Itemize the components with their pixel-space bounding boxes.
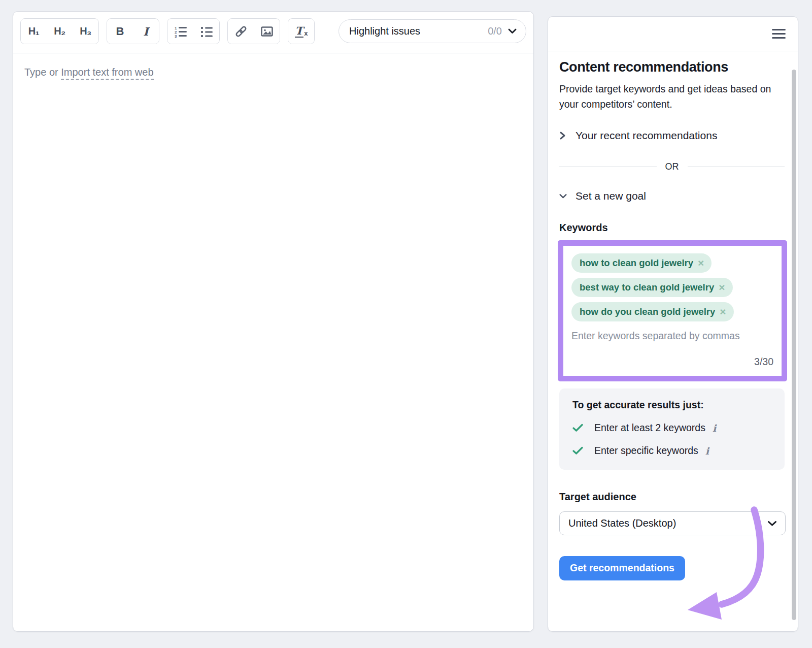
clear-formatting-icon-sub: x [304,29,308,37]
chevron-down-icon [559,193,567,199]
tip-label: Enter at least 2 keywords [594,422,705,434]
highlight-issues-dropdown[interactable]: Highlight issues 0/0 [339,19,526,43]
bullet-list-icon [200,25,213,38]
accuracy-tips-box: To get accurate results just: Enter at l… [559,388,785,470]
clear-formatting-button[interactable]: Tx [288,19,314,44]
info-icon[interactable]: i [705,445,709,457]
heading-button-group: H₁ H₂ H₃ [20,18,99,44]
keywords-counter: 3/30 [571,356,773,368]
image-button[interactable] [254,19,280,44]
content-recommendations-panel: Content recommendations Provide target k… [548,16,798,632]
tip-row: Enter specific keywords i [572,445,772,457]
h2-label: H₂ [54,25,65,37]
keyword-chip-label: best way to clean gold jewelry [580,282,714,293]
h2-button[interactable]: H₂ [47,19,73,44]
ordered-list-button[interactable]: 1 2 3 [167,19,193,44]
svg-text:3: 3 [175,34,177,38]
menu-icon[interactable] [772,26,786,41]
or-divider: OR [559,161,785,172]
remove-keyword-icon[interactable]: × [719,283,725,292]
panel-scrollbar[interactable] [792,70,796,620]
link-button[interactable] [228,19,254,44]
clear-format-group: Tx [288,18,315,44]
panel-description: Provide target keywords and get ideas ba… [559,81,785,112]
chevron-down-icon [767,521,777,527]
placeholder-prefix: Type or [24,67,61,78]
list-button-group: 1 2 3 [167,18,220,44]
reco-panel-content: Content recommendations Provide target k… [548,51,798,580]
h3-button[interactable]: H₃ [73,19,98,44]
remove-keyword-icon[interactable]: × [720,308,726,316]
insert-button-group [227,18,280,44]
tips-title: To get accurate results just: [572,399,772,411]
keyword-chip: how to clean gold jewelry × [571,253,712,273]
h1-label: H₁ [28,25,40,37]
recent-recommendations-label: Your recent recommendations [576,129,717,142]
bold-icon: B [116,25,124,38]
h1-button[interactable]: H₁ [21,19,47,44]
h3-label: H₃ [80,25,91,37]
keywords-input-placeholder[interactable]: Enter keywords separated by commas [571,330,773,342]
highlight-issues-label: Highlight issues [349,25,420,37]
recent-recommendations-toggle[interactable]: Your recent recommendations [559,129,785,142]
panel-title: Content recommendations [559,59,785,75]
bullet-list-button[interactable] [193,19,219,44]
reco-panel-header [548,17,798,51]
chevron-right-icon [559,131,567,140]
editor-toolbar: H₁ H₂ H₃ B I 1 2 3 [13,12,533,53]
target-audience-heading: Target audience [559,491,785,503]
link-icon [234,25,248,38]
info-icon[interactable]: i [713,423,716,434]
keywords-heading: Keywords [559,222,785,234]
editor-placeholder: Type or Import text from web [24,67,154,80]
tip-label: Enter specific keywords [594,445,698,457]
keyword-chip-list: how to clean gold jewelry × best way to … [571,253,773,327]
editor-text-area[interactable]: Type or Import text from web [13,53,533,631]
divider-line [688,167,785,167]
chevron-down-icon [508,28,517,34]
format-button-group: B I [107,18,159,44]
import-text-link[interactable]: Import text from web [61,67,153,80]
highlight-issues-count: 0/0 [488,25,502,37]
keyword-chip: how do you clean gold jewelry × [571,302,734,321]
keywords-input-box[interactable]: how to clean gold jewelry × best way to … [558,240,787,381]
get-recommendations-button[interactable]: Get recommendations [559,556,685,580]
keyword-chip-label: how to clean gold jewelry [580,257,693,269]
clear-formatting-icon: T [295,25,304,38]
target-audience-value: United States (Desktop) [568,517,676,529]
image-icon [260,25,274,38]
keyword-chip-label: how do you clean gold jewelry [580,306,715,317]
divider-line [559,167,657,167]
editor-panel: H₁ H₂ H₃ B I 1 2 3 [13,11,534,632]
set-new-goal-label: Set a new goal [576,190,646,202]
set-new-goal-toggle[interactable]: Set a new goal [559,190,785,202]
keyword-chip: best way to clean gold jewelry × [571,278,733,297]
target-audience-select[interactable]: United States (Desktop) [559,511,786,535]
or-label: OR [657,161,688,172]
bold-button[interactable]: B [107,19,133,44]
check-icon [572,446,583,455]
tip-row: Enter at least 2 keywords i [572,422,772,434]
check-icon [572,424,583,432]
italic-button[interactable]: I [133,19,159,44]
ordered-list-icon: 1 2 3 [174,25,187,38]
remove-keyword-icon[interactable]: × [698,259,704,268]
italic-icon: I [143,25,148,38]
